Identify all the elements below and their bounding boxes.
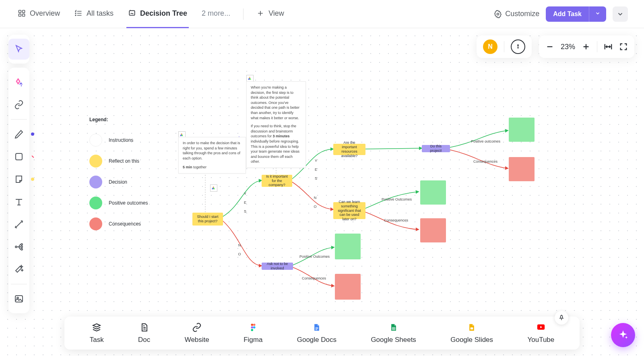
- tab-more-label: 2 more...: [202, 9, 230, 18]
- add-gdocs[interactable]: Google Docs: [297, 322, 336, 344]
- image-placeholder[interactable]: [210, 184, 217, 192]
- add-doc[interactable]: Doc: [138, 322, 150, 344]
- fit-width-button[interactable]: [604, 42, 613, 51]
- customize-button[interactable]: Customize: [494, 10, 539, 18]
- zoom-in-button[interactable]: [582, 42, 590, 51]
- tool-link[interactable]: [8, 94, 29, 115]
- whiteboard-pin-icon: [128, 9, 136, 17]
- node-outcome-green-2[interactable]: [420, 180, 446, 205]
- tool-shape[interactable]: [8, 146, 29, 167]
- node-outcome-red-3[interactable]: [335, 274, 361, 300]
- node-outcome-red-2[interactable]: [420, 218, 446, 242]
- fullscreen-button[interactable]: [619, 42, 628, 51]
- tab-all-tasks[interactable]: All tasks: [73, 0, 115, 28]
- tool-pen[interactable]: [8, 124, 29, 145]
- node-start[interactable]: Should I start this project?: [192, 213, 223, 226]
- side-toolbar: [5, 35, 33, 313]
- top-bar: Overview All tasks Decision Tree 2 more.…: [0, 0, 644, 28]
- plus-icon: [256, 9, 264, 17]
- gear-icon: [494, 10, 502, 18]
- svg-rect-25: [471, 327, 473, 329]
- zoom-pill: 23%: [539, 35, 634, 58]
- tab-overview[interactable]: Overview: [16, 0, 62, 28]
- fit-width-icon: [604, 42, 613, 51]
- svg-rect-21: [316, 327, 318, 328]
- tool-mindmap[interactable]: [8, 236, 29, 257]
- tab-decision-tree[interactable]: Decision Tree: [126, 0, 189, 28]
- info-button[interactable]: [511, 39, 525, 54]
- svg-point-15: [518, 45, 518, 46]
- add-figma[interactable]: Figma: [244, 322, 262, 344]
- svg-point-12: [21, 248, 23, 250]
- add-task-label: Add Task: [546, 6, 589, 22]
- image-icon: [14, 294, 24, 304]
- node-important[interactable]: Is it important for the company?: [262, 175, 292, 187]
- legend-row-consequences: Consequences: [89, 217, 148, 230]
- connector-icon: [14, 219, 24, 229]
- node-outcome-green-3[interactable]: [335, 234, 361, 259]
- info-icon: [514, 43, 522, 50]
- plus-icon: [582, 42, 590, 51]
- customize-label: Customize: [505, 10, 539, 18]
- add-gslides[interactable]: Google Slides: [450, 322, 493, 344]
- pin-button[interactable]: [555, 311, 568, 325]
- sparkle-icon: [617, 329, 629, 341]
- add-task-button[interactable]: Add Task: [546, 6, 606, 22]
- tab-decision-tree-label: Decision Tree: [140, 9, 187, 18]
- node-resources[interactable]: Are the important resources available?: [333, 144, 365, 155]
- node-outcome-green-1[interactable]: [509, 118, 535, 142]
- tool-ai[interactable]: [8, 72, 29, 93]
- note-left[interactable]: In order to make the decision that is ri…: [178, 137, 246, 174]
- node-ask-not[interactable]: Ask not to be involved: [262, 263, 293, 270]
- doc-icon: [139, 323, 149, 332]
- tab-add-view[interactable]: View: [255, 0, 286, 28]
- svg-rect-1: [23, 10, 25, 13]
- presence-pill: N: [477, 35, 532, 58]
- youtube-icon: [536, 323, 546, 331]
- tool-connector[interactable]: [8, 214, 29, 235]
- add-youtube[interactable]: YouTube: [527, 322, 554, 344]
- add-website[interactable]: Website: [185, 322, 209, 344]
- pointer-icon: [14, 44, 24, 54]
- label-positive-outcomes: Positive Outcomes: [382, 197, 412, 201]
- collapse-button[interactable]: [613, 6, 628, 22]
- legend-row-positive: Positive outcomes: [89, 197, 148, 209]
- legend-row-reflect: Reflect on this: [89, 155, 148, 168]
- svg-rect-22: [316, 329, 318, 329]
- top-right: Customize Add Task: [494, 6, 628, 22]
- svg-point-7: [497, 13, 499, 15]
- tab-view-label: View: [268, 9, 284, 18]
- tool-text[interactable]: [8, 191, 29, 212]
- whiteboard-canvas[interactable]: Legend: Instructions Reflect on this Dec…: [0, 28, 644, 356]
- text-icon: [14, 197, 24, 207]
- zoom-out-button[interactable]: [545, 42, 554, 51]
- avatar[interactable]: N: [483, 39, 497, 54]
- ai-fab[interactable]: [611, 323, 635, 347]
- tool-pointer[interactable]: [8, 39, 29, 60]
- node-learn[interactable]: Can we learn something significant that …: [333, 202, 365, 219]
- tool-image[interactable]: [8, 288, 29, 309]
- add-gsheets[interactable]: Google Sheets: [371, 322, 416, 344]
- tool-sticky[interactable]: [8, 169, 29, 190]
- edge-label-no: N O: [237, 243, 242, 257]
- svg-point-16: [251, 324, 253, 326]
- svg-rect-2: [19, 14, 21, 17]
- bottom-add-bar: Task Doc Website Figma Google Docs Googl…: [64, 317, 580, 350]
- tab-more[interactable]: 2 more...: [200, 0, 232, 28]
- note-top[interactable]: When you're making a decision, the first…: [246, 81, 306, 168]
- svg-rect-3: [23, 14, 25, 17]
- add-task-dropdown[interactable]: [589, 6, 606, 22]
- node-outcome-red-1[interactable]: [509, 157, 535, 181]
- svg-point-4: [75, 11, 76, 12]
- svg-point-11: [21, 246, 23, 248]
- google-sheets-icon: [390, 323, 398, 332]
- add-task[interactable]: Task: [90, 322, 104, 344]
- pin-icon: [558, 315, 565, 321]
- edge-label-yes: Y E S: [243, 192, 247, 214]
- zoom-value: 23%: [561, 43, 575, 51]
- svg-point-10: [21, 244, 23, 245]
- tool-magic[interactable]: [8, 259, 29, 280]
- node-do-project[interactable]: Do this project!: [422, 145, 450, 152]
- svg-point-9: [15, 246, 17, 248]
- svg-point-6: [75, 15, 76, 16]
